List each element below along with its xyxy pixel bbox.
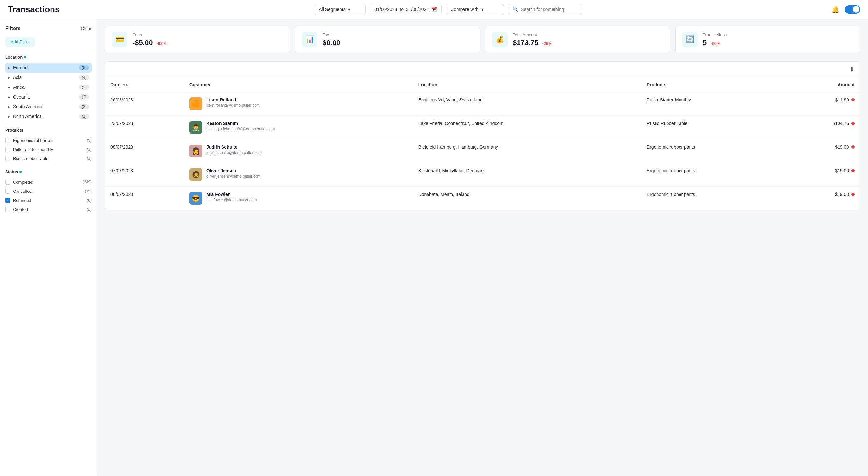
filters-header: Filters Clear bbox=[5, 26, 92, 31]
compare-with-dropdown[interactable]: Compare with ▾ bbox=[446, 4, 504, 15]
search-input[interactable] bbox=[521, 7, 578, 12]
table-row[interactable]: 23/07/2023 👨‍⚕️ Keaton Stamm sterling_ei… bbox=[105, 116, 860, 139]
stat-info-total_amount: Total Amount $173.75 -25% bbox=[513, 32, 663, 47]
cell-location: Kvistgaard, Midtjylland, Denmark bbox=[413, 163, 642, 187]
stat-label-fees: Fees bbox=[132, 32, 283, 37]
product-item[interactable]: Ergonomic rubber p... (5) bbox=[5, 136, 92, 145]
location-item-africa[interactable]: ▶ Africa (2) bbox=[5, 82, 92, 92]
location-item-left: ▶ Asia bbox=[8, 75, 22, 80]
status-item[interactable]: Created (2) bbox=[5, 205, 92, 214]
status-name: Created bbox=[13, 207, 28, 212]
status-count: (8) bbox=[87, 198, 92, 203]
stat-change-transactions: -50% bbox=[711, 41, 720, 46]
stat-card-fees: 💳 Fees -$5.00 -62% bbox=[105, 26, 290, 54]
customer-email: sterling_eichmann80@demo.putler.com bbox=[206, 127, 275, 131]
location-count: (2) bbox=[79, 104, 89, 109]
customer-email: oliver.jensen@demo.putler.com bbox=[206, 174, 261, 179]
amount-cell: $19.00 bbox=[787, 192, 855, 197]
cell-product: Putler Starter-Monthly bbox=[642, 92, 782, 116]
customer-name: Oliver Jensen bbox=[206, 168, 261, 173]
stat-info-fees: Fees -$5.00 -62% bbox=[132, 32, 283, 47]
col-amount: Amount bbox=[782, 78, 860, 92]
location-item-north-america[interactable]: ▶ North America (1) bbox=[5, 112, 92, 121]
chevron-right-icon: ▶ bbox=[8, 86, 10, 89]
date-range-picker[interactable]: 01/06/2023 to 31/08/2023 📅 bbox=[370, 4, 442, 15]
status-checkbox[interactable] bbox=[5, 188, 10, 194]
location-item-asia[interactable]: ▶ Asia (4) bbox=[5, 72, 92, 82]
location-dot bbox=[24, 56, 26, 58]
customer-email: mia.fowler@demo.putler.com bbox=[206, 198, 257, 202]
customer-cell: 👨‍⚕️ Keaton Stamm sterling_eichmann80@de… bbox=[189, 121, 408, 134]
status-checkbox[interactable] bbox=[5, 207, 10, 212]
table-row[interactable]: 08/07/2023 👩 Judith Schulte judith.schul… bbox=[105, 139, 860, 163]
status-item[interactable]: Completed (349) bbox=[5, 178, 92, 187]
main-content: 💳 Fees -$5.00 -62% 📊 Tax $0.00 💰 Total A… bbox=[97, 19, 868, 476]
cell-customer: 🧔 Oliver Jensen oliver.jensen@demo.putle… bbox=[184, 163, 413, 187]
products-section-title: Products bbox=[5, 128, 92, 132]
location-count: (2) bbox=[79, 94, 89, 99]
table-row[interactable]: 26/08/2023 🟠 Lison Rolland lison.rolland… bbox=[105, 92, 860, 116]
page-title: Transactions bbox=[8, 4, 60, 14]
search-box[interactable]: 🔍 bbox=[508, 4, 582, 15]
product-name: Ergonomic rubber p... bbox=[13, 138, 54, 143]
avatar: 👩 bbox=[189, 145, 203, 157]
app-header: Transactions All Segments ▾ 01/06/2023 t… bbox=[0, 0, 868, 19]
status-checkbox[interactable] bbox=[5, 180, 10, 185]
product-left: Rustic rubber table bbox=[5, 156, 48, 161]
col-location: Location bbox=[413, 78, 642, 92]
customer-info: Judith Schulte judith.schulte@demo.putle… bbox=[206, 145, 262, 155]
customer-name: Judith Schulte bbox=[206, 145, 262, 150]
clear-filters-button[interactable]: Clear bbox=[81, 26, 92, 31]
transactions-table-container: ⬇ Date ⬆⬇ Customer Location bbox=[105, 61, 860, 210]
stat-value-fees: -$5.00 bbox=[132, 38, 153, 47]
notification-bell-icon[interactable]: 🔔 bbox=[831, 5, 839, 13]
cell-customer: 😎 Mia Fowler mia.fowler@demo.putler.com bbox=[184, 187, 413, 210]
product-item[interactable]: Putler starter-monthly (1) bbox=[5, 145, 92, 154]
segment-dropdown[interactable]: All Segments ▾ bbox=[314, 4, 366, 15]
cell-customer: 👩 Judith Schulte judith.schulte@demo.put… bbox=[184, 139, 413, 163]
table-row[interactable]: 06/07/2023 😎 Mia Fowler mia.fowler@demo.… bbox=[105, 187, 860, 210]
table-row[interactable]: 07/07/2023 🧔 Oliver Jensen oliver.jensen… bbox=[105, 163, 860, 187]
product-checkbox[interactable] bbox=[5, 156, 10, 161]
customer-info: Mia Fowler mia.fowler@demo.putler.com bbox=[206, 192, 257, 202]
stat-icon-fees: 💳 bbox=[112, 32, 127, 47]
add-filter-button[interactable]: Add Filter bbox=[5, 37, 35, 47]
cell-location: Donabate, Meath, Ireland bbox=[413, 187, 642, 210]
avatar: 😎 bbox=[189, 192, 203, 205]
date-range-separator: to bbox=[400, 7, 404, 12]
status-name: Completed bbox=[13, 180, 33, 185]
main-layout: Filters Clear Add Filter Location ▶ Euro… bbox=[0, 19, 868, 476]
location-name: North America bbox=[13, 114, 42, 119]
location-count: (4) bbox=[79, 75, 89, 80]
location-item-south-america[interactable]: ▶ South America (2) bbox=[5, 102, 92, 112]
sort-icon[interactable]: ⬆⬇ bbox=[123, 83, 128, 87]
status-item[interactable]: Cancelled (35) bbox=[5, 187, 92, 196]
location-item-left: ▶ Africa bbox=[8, 85, 25, 90]
location-filter-section: Location ▶ Europe (5) ▶ Asia (4) ▶ Afric… bbox=[5, 55, 92, 121]
cell-date: 07/07/2023 bbox=[105, 163, 184, 187]
amount-value: $19.00 bbox=[835, 168, 849, 173]
stat-info-tax: Tax $0.00 bbox=[322, 32, 473, 47]
stat-icon-transactions: 🔄 bbox=[682, 32, 698, 47]
download-button[interactable]: ⬇ bbox=[849, 65, 855, 73]
amount-value: $19.00 bbox=[835, 192, 849, 197]
status-checkbox[interactable]: ✓ bbox=[5, 198, 10, 203]
stat-value-row: $0.00 bbox=[322, 38, 473, 47]
location-count: (2) bbox=[79, 85, 89, 90]
stat-icon-total_amount: 💰 bbox=[492, 32, 507, 47]
theme-toggle[interactable] bbox=[845, 5, 860, 13]
stat-card-total_amount: 💰 Total Amount $173.75 -25% bbox=[485, 26, 670, 54]
product-checkbox[interactable] bbox=[5, 147, 10, 152]
transactions-table: Date ⬆⬇ Customer Location Products bbox=[105, 78, 860, 210]
location-item-europe[interactable]: ▶ Europe (5) bbox=[5, 63, 92, 72]
col-date: Date ⬆⬇ bbox=[105, 78, 184, 92]
products-filter-section: Products Ergonomic rubber p... (5) Putle… bbox=[5, 128, 92, 163]
location-name: South America bbox=[13, 104, 42, 109]
status-name: Cancelled bbox=[13, 189, 32, 194]
status-item[interactable]: ✓ Refunded (8) bbox=[5, 196, 92, 205]
location-item-oceania[interactable]: ▶ Oceania (2) bbox=[5, 92, 92, 102]
product-item[interactable]: Rustic rubber table (1) bbox=[5, 154, 92, 163]
product-checkbox[interactable] bbox=[5, 138, 10, 143]
product-name: Rustic rubber table bbox=[13, 156, 48, 161]
status-section-title: Status bbox=[5, 170, 92, 174]
